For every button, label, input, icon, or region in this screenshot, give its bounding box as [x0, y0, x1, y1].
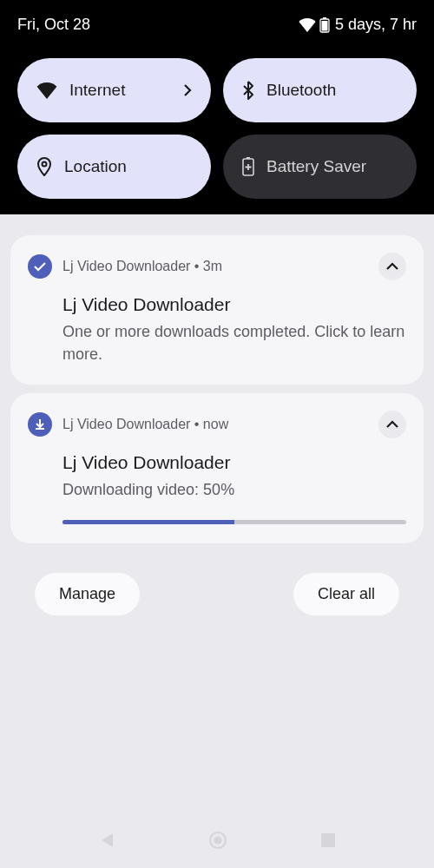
status-right: 5 days, 7 hr: [299, 16, 417, 34]
qs-tile-battery-saver[interactable]: Battery Saver: [223, 135, 417, 199]
back-icon: [98, 832, 115, 849]
status-bar: Fri, Oct 28 5 days, 7 hr: [17, 16, 417, 34]
collapse-button[interactable]: [378, 253, 406, 280]
battery-label: 5 days, 7 hr: [335, 16, 417, 34]
qs-label: Battery Saver: [266, 157, 398, 176]
svg-point-7: [214, 837, 221, 845]
quick-settings-panel: Fri, Oct 28 5 days, 7 hr Internet Blueto…: [0, 0, 434, 214]
battery-saver-icon: [242, 157, 254, 176]
location-icon: [36, 157, 52, 176]
manage-button[interactable]: Manage: [35, 573, 140, 615]
chevron-right-icon: [183, 83, 192, 97]
date-label: Fri, Oct 28: [17, 16, 90, 34]
notification-card[interactable]: Lj Video Downloader • now Lj Video Downl…: [10, 393, 424, 543]
notification-title: Lj Video Downloader: [62, 452, 406, 473]
notification-time: now: [203, 417, 228, 431]
download-icon: [28, 412, 52, 437]
collapse-button[interactable]: [378, 411, 406, 438]
home-icon: [208, 831, 227, 850]
qs-tile-bluetooth[interactable]: Bluetooth: [223, 58, 417, 122]
notification-time: 3m: [203, 259, 222, 273]
quick-settings-grid: Internet Bluetooth Location Battery Save…: [17, 58, 417, 199]
battery-icon: [319, 17, 330, 33]
notification-card[interactable]: Lj Video Downloader • 3m Lj Video Downlo…: [10, 235, 424, 385]
recent-icon: [320, 832, 336, 848]
notification-panel: Lj Video Downloader • 3m Lj Video Downlo…: [0, 214, 434, 647]
navigation-bar: [0, 812, 434, 868]
progress-bar: [62, 520, 406, 524]
qs-tile-internet[interactable]: Internet: [17, 58, 211, 122]
qs-tile-location[interactable]: Location: [17, 135, 211, 199]
progress-fill: [62, 520, 234, 524]
recent-button[interactable]: [320, 832, 336, 848]
status-icons: [299, 17, 330, 33]
app-name: Lj Video Downloader: [62, 417, 190, 431]
svg-rect-2: [321, 21, 327, 31]
notification-header: Lj Video Downloader • 3m: [28, 253, 406, 280]
notification-actions: Manage Clear all: [10, 552, 424, 636]
notification-meta: Lj Video Downloader • now: [62, 417, 368, 432]
wifi-icon: [299, 18, 316, 32]
wifi-icon: [36, 82, 57, 99]
home-button[interactable]: [208, 831, 227, 850]
check-icon: [28, 254, 52, 279]
back-button[interactable]: [98, 832, 115, 849]
notification-header: Lj Video Downloader • now: [28, 411, 406, 438]
notification-text: One or more downloads completed. Click t…: [62, 320, 406, 365]
app-name: Lj Video Downloader: [62, 259, 190, 273]
chevron-up-icon: [385, 262, 399, 271]
chevron-up-icon: [385, 420, 399, 429]
svg-rect-8: [321, 833, 335, 847]
qs-label: Location: [64, 157, 192, 176]
qs-label: Internet: [69, 81, 171, 100]
svg-point-3: [43, 162, 47, 167]
notification-body: Lj Video Downloader Downloading video: 5…: [28, 452, 406, 501]
clear-all-button[interactable]: Clear all: [293, 573, 399, 615]
notification-title: Lj Video Downloader: [62, 294, 406, 315]
bluetooth-icon: [242, 81, 254, 100]
qs-label: Bluetooth: [266, 81, 398, 100]
notification-meta: Lj Video Downloader • 3m: [62, 259, 368, 274]
notification-text: Downloading video: 50%: [62, 478, 406, 501]
notification-body: Lj Video Downloader One or more download…: [28, 294, 406, 365]
